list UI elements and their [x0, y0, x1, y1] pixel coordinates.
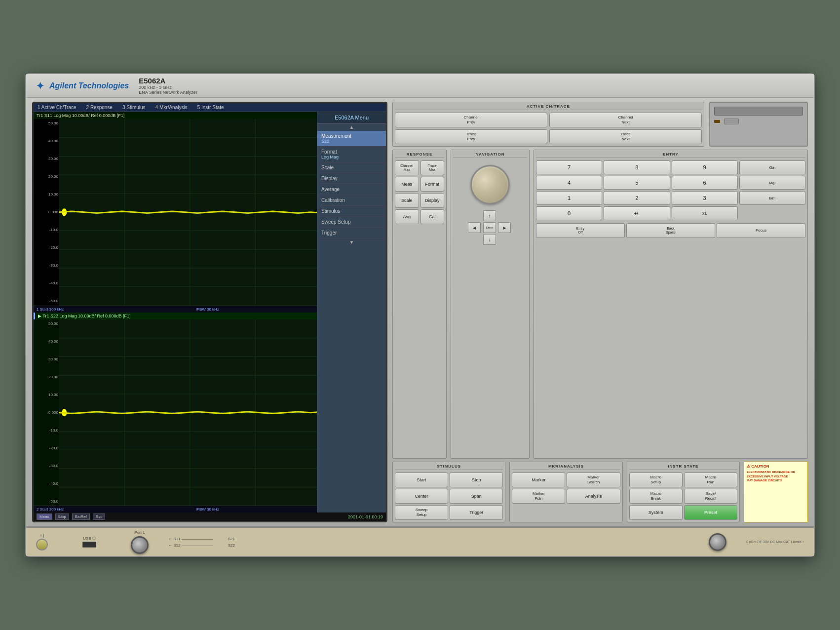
channel-prev-btn[interactable]: ChannelPrev	[395, 113, 547, 127]
menu-stimulus[interactable]: 3 Stimulus	[122, 105, 146, 110]
caution-sticker: ⚠ CAUTION ELECTROSTATIC DISCHARGE OR EXC…	[744, 462, 808, 522]
num-1-btn[interactable]: 1	[536, 191, 602, 205]
trace-next-btn[interactable]: TraceNext	[549, 129, 702, 144]
screen-menu-bar: 1 Active Ch/Trace 2 Response 3 Stimulus …	[34, 103, 386, 112]
active-ch-trace-label: ACTIVE CH/TRACE	[395, 104, 702, 110]
menu-item-measurement[interactable]: Measurement S22	[317, 131, 386, 147]
floppy-slot[interactable]	[714, 107, 803, 116]
scroll-up-icon[interactable]: ▲	[317, 123, 386, 131]
s11-label: ← S11 ————————	[168, 537, 213, 541]
power-button[interactable]	[36, 539, 48, 551]
stop-btn[interactable]: Stop	[450, 472, 503, 487]
scale-btn[interactable]: Scale	[395, 193, 419, 208]
num-7-btn[interactable]: 7	[536, 160, 602, 174]
trace-max-btn[interactable]: TraceMax	[420, 160, 445, 175]
active-ch-buttons: ChannelPrev ChannelNext TracePrev TraceN…	[395, 113, 702, 144]
scroll-down-icon[interactable]: ▼	[317, 238, 386, 246]
display-btn[interactable]: Display	[420, 193, 445, 208]
sweep-setup-btn[interactable]: SweepSetup	[395, 505, 448, 520]
instr-state-label: INSTR STATE	[629, 464, 737, 470]
unit-x1-btn[interactable]: x1	[672, 206, 738, 220]
trigger-btn[interactable]: Trigger	[450, 505, 503, 520]
center-btn[interactable]: Center	[395, 489, 448, 504]
unit-km-btn[interactable]: k/m	[739, 191, 805, 205]
num-8-btn[interactable]: 8	[604, 160, 670, 174]
num-4-btn[interactable]: 4	[536, 176, 602, 190]
screen-charts: Tr1 S11 Log Mag 10.00dB/ Ref 0.000dB [F1…	[34, 112, 386, 512]
num-9-btn[interactable]: 9	[672, 160, 738, 174]
analysis-btn[interactable]: Analysis	[567, 489, 620, 504]
num-5-btn[interactable]: 5	[604, 176, 670, 190]
unit-mu-btn[interactable]: M/μ	[739, 176, 805, 190]
menu-instr-state[interactable]: 5 Instr State	[197, 105, 224, 110]
preset-btn[interactable]: Preset	[684, 505, 737, 520]
num-2-btn[interactable]: 2	[604, 191, 670, 205]
macro-setup-btn[interactable]: MacroSetup	[629, 472, 683, 487]
nav-right-btn[interactable]: ►	[498, 222, 511, 233]
marker-search-btn[interactable]: MarkerSearch	[567, 472, 620, 487]
menu-active-ch[interactable]: 1 Active Ch/Trace	[38, 105, 76, 110]
cal-btn[interactable]: Cal	[420, 209, 445, 224]
navigation-panel: NAVIGATION ↑ ◄ Enter ► ↓	[451, 150, 530, 459]
bottom-controls-row: STIMULUS Start Stop Center Span SweepSet…	[392, 462, 808, 522]
num-6-btn[interactable]: 6	[672, 176, 738, 190]
model-number: E5062A	[139, 77, 197, 85]
floppy-drive	[709, 102, 808, 147]
model-sub: 300 kHz - 3 GHz ENA Series Network Analy…	[139, 85, 197, 95]
stimulus-panel: STIMULUS Start Stop Center Span SweepSet…	[392, 462, 505, 522]
menu-item-format[interactable]: Format Log Mag	[317, 147, 386, 162]
nav-down-btn[interactable]: ↓	[483, 234, 496, 245]
system-btn[interactable]: System	[629, 505, 683, 520]
bottom-extref-btn[interactable]: ExtRef	[72, 513, 90, 520]
nav-up-btn[interactable]: ↑	[483, 210, 496, 221]
control-panels-row: RESPONSE ChannelMax TraceMax Meas Format…	[392, 150, 808, 459]
menu-item-sweep-setup[interactable]: Sweep Setup	[317, 217, 386, 228]
usb-port[interactable]	[82, 542, 96, 548]
main-content: 1 Active Ch/Trace 2 Response 3 Stimulus …	[26, 98, 814, 526]
channel-max-btn[interactable]: ChannelMax	[395, 160, 419, 175]
menu-item-stimulus[interactable]: Stimulus	[317, 206, 386, 217]
num-0-btn[interactable]: 0	[536, 206, 602, 220]
controls-section: ACTIVE CH/TRACE ChannelPrev ChannelNext …	[392, 102, 808, 522]
macro-run-btn[interactable]: MacroRun	[684, 472, 737, 487]
menu-item-calibration[interactable]: Calibration	[317, 195, 386, 206]
nav-enter-btn[interactable]: Enter	[483, 222, 496, 233]
format-btn[interactable]: Format	[420, 177, 445, 192]
nav-left-btn[interactable]: ◄	[468, 222, 481, 233]
unit-gn-btn[interactable]: G/n	[739, 160, 805, 174]
num-plusminus-btn[interactable]: +/-	[604, 206, 670, 220]
marker-btn[interactable]: Marker	[512, 472, 565, 487]
avg-btn[interactable]: Avg	[395, 209, 419, 224]
usb-label: USB ⬡	[83, 536, 96, 541]
bottom-stop-btn[interactable]: Stop	[55, 513, 69, 520]
mkr-buttons: Marker MarkerSearch MarkerFctn Analysis	[512, 472, 620, 504]
menu-item-average[interactable]: Average	[317, 184, 386, 195]
focus-btn[interactable]: Focus	[717, 223, 805, 238]
response-label: RESPONSE	[395, 152, 444, 158]
marker-fctn-btn[interactable]: MarkerFctn	[512, 489, 565, 504]
stimulus-buttons: Start Stop Center Span SweepSetup Trigge…	[395, 472, 503, 520]
meas-btn[interactable]: Meas	[395, 177, 419, 192]
backspace-btn[interactable]: BackSpace	[626, 223, 715, 238]
bottom-svc-btn[interactable]: Svc	[93, 513, 105, 520]
menu-item-trigger[interactable]: Trigger	[317, 228, 386, 238]
channel-next-btn[interactable]: ChannelNext	[549, 113, 702, 127]
menu-mkr-analysis[interactable]: 4 Mkr/Analysis	[155, 105, 188, 110]
start-btn[interactable]: Start	[395, 472, 448, 487]
menu-response[interactable]: 2 Response	[86, 105, 113, 110]
num-3-btn[interactable]: 3	[672, 191, 738, 205]
save-recall-btn[interactable]: Save/Recall	[684, 489, 737, 504]
trace-prev-btn[interactable]: TracePrev	[395, 129, 547, 144]
entry-off-btn[interactable]: EntryOff	[536, 223, 625, 238]
span-btn[interactable]: Span	[450, 489, 503, 504]
nav-knob[interactable]	[470, 165, 510, 204]
bottom-meas-btn[interactable]: Meas	[37, 513, 52, 520]
response-panel: RESPONSE ChannelMax TraceMax Meas Format…	[392, 150, 447, 459]
floppy-eject-btn[interactable]	[724, 118, 739, 124]
menu-item-display[interactable]: Display	[317, 173, 386, 184]
instr-state-panel: INSTR STATE MacroSetup MacroRun MacroBre…	[627, 462, 740, 522]
menu-item-scale[interactable]: Scale	[317, 162, 386, 173]
macro-break-btn[interactable]: MacroBreak	[629, 489, 683, 504]
usb-area: USB ⬡	[82, 536, 96, 548]
entry-label: ENTRY	[536, 152, 805, 158]
